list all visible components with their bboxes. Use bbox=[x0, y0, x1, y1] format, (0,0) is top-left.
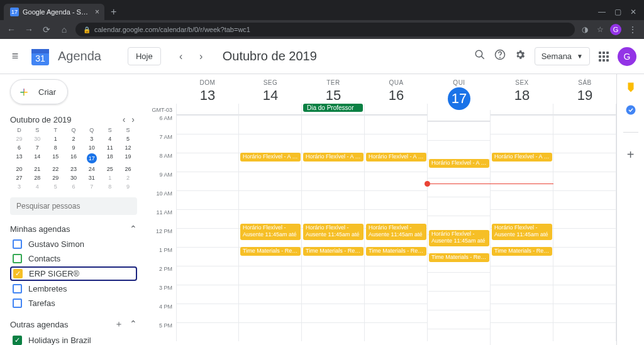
mini-day[interactable]: 22 bbox=[47, 166, 65, 172]
day-header[interactable]: QUA16 bbox=[365, 74, 428, 104]
time-slot[interactable] bbox=[365, 115, 428, 134]
mini-day[interactable]: 3 bbox=[10, 183, 28, 190]
mini-day[interactable]: 26 bbox=[119, 166, 137, 172]
mini-day[interactable]: 20 bbox=[10, 166, 28, 172]
mini-day[interactable]: 4 bbox=[28, 183, 47, 190]
time-slot[interactable] bbox=[176, 304, 239, 322]
time-slot[interactable] bbox=[176, 322, 239, 341]
time-slot[interactable] bbox=[239, 190, 302, 209]
time-slot[interactable] bbox=[176, 190, 239, 209]
time-slot[interactable] bbox=[491, 190, 553, 209]
time-slot[interactable] bbox=[239, 285, 302, 304]
calendar-item[interactable]: ✓ERP SIGER® bbox=[10, 266, 137, 281]
next-week-button[interactable]: › bbox=[192, 48, 210, 65]
help-icon[interactable] bbox=[494, 49, 506, 63]
calendar-event[interactable]: Horário Flexível - A 7:45am bbox=[492, 153, 552, 162]
time-slot[interactable] bbox=[176, 247, 239, 266]
window-close-icon[interactable]: ✕ bbox=[630, 8, 636, 16]
main-menu-icon[interactable]: ≡ bbox=[8, 50, 23, 63]
time-slot[interactable] bbox=[428, 310, 491, 329]
day-header[interactable]: SÁB19 bbox=[553, 74, 616, 104]
calendar-item[interactable]: Tarefas bbox=[10, 297, 137, 310]
mini-day[interactable]: 5 bbox=[119, 136, 137, 142]
time-slot[interactable] bbox=[239, 304, 302, 322]
allday-event[interactable]: Dia do Professor bbox=[303, 104, 363, 112]
mini-day[interactable]: 6 bbox=[10, 145, 28, 151]
time-slot[interactable] bbox=[176, 153, 239, 172]
mini-day[interactable]: 2 bbox=[119, 175, 137, 181]
time-slot[interactable] bbox=[239, 266, 302, 285]
allday-cell[interactable] bbox=[428, 110, 491, 121]
mini-day[interactable]: 14 bbox=[28, 153, 47, 163]
tab-close-icon[interactable]: × bbox=[95, 8, 99, 16]
search-people-input[interactable] bbox=[10, 197, 137, 215]
browser-tab[interactable]: 17 Google Agenda - Semana de 13 × bbox=[4, 4, 104, 20]
account-avatar[interactable]: G bbox=[618, 47, 636, 66]
calendar-item[interactable]: Gustavo Simon bbox=[10, 238, 137, 251]
calendar-event[interactable]: Horário Flexível - Ausente 11:45am até 1… bbox=[366, 224, 426, 240]
time-slot[interactable] bbox=[365, 304, 428, 322]
search-icon[interactable] bbox=[474, 49, 486, 63]
add-calendar-icon[interactable]: ＋ bbox=[114, 319, 123, 330]
mini-day[interactable]: 5 bbox=[47, 183, 65, 190]
mini-day[interactable]: 27 bbox=[10, 175, 28, 181]
allday-cell[interactable]: Dia do Professor bbox=[302, 104, 365, 115]
time-slot[interactable] bbox=[491, 266, 553, 285]
time-slot[interactable] bbox=[491, 134, 553, 153]
day-header[interactable]: SEX18 bbox=[491, 74, 553, 104]
bookmark-icon[interactable]: ☆ bbox=[595, 25, 605, 35]
mini-day[interactable]: 8 bbox=[47, 145, 65, 151]
time-slot[interactable] bbox=[176, 285, 239, 304]
mini-day[interactable]: 25 bbox=[101, 166, 119, 172]
mini-day[interactable]: 15 bbox=[47, 153, 65, 163]
mini-day[interactable]: 3 bbox=[82, 136, 101, 142]
time-slot[interactable] bbox=[302, 190, 365, 209]
time-slot[interactable] bbox=[428, 291, 491, 310]
mini-day[interactable]: 28 bbox=[28, 175, 47, 181]
time-slot[interactable] bbox=[365, 190, 428, 209]
back-icon[interactable]: ← bbox=[5, 25, 18, 35]
calendar-checkbox[interactable]: ✓ bbox=[13, 269, 23, 278]
mini-day[interactable]: 29 bbox=[10, 136, 28, 142]
time-slot[interactable] bbox=[553, 153, 616, 172]
mini-day[interactable]: 1 bbox=[101, 175, 119, 181]
mini-day[interactable]: 17 bbox=[82, 153, 101, 163]
time-slot[interactable] bbox=[302, 172, 365, 190]
mini-day[interactable]: 19 bbox=[119, 153, 137, 163]
time-slot[interactable] bbox=[176, 266, 239, 285]
calendar-event[interactable]: Horário Flexível - A 7:45am bbox=[303, 153, 364, 162]
forward-icon[interactable]: → bbox=[23, 25, 35, 35]
calendar-event[interactable]: Horário Flexível - Ausente 11:45am até 1… bbox=[240, 224, 301, 240]
time-slot[interactable] bbox=[491, 115, 553, 134]
calendar-event[interactable]: Horário Flexível - Ausente 11:45am até 1… bbox=[429, 230, 489, 246]
mini-day[interactable]: 9 bbox=[119, 183, 137, 190]
time-slot[interactable] bbox=[176, 228, 239, 247]
calendar-checkbox[interactable] bbox=[13, 239, 22, 249]
calendar-event[interactable]: Time Materials - Reu, 1pm bbox=[429, 253, 489, 262]
time-slot[interactable] bbox=[302, 266, 365, 285]
time-slot[interactable] bbox=[553, 134, 616, 153]
time-slot[interactable] bbox=[491, 304, 553, 322]
time-slot[interactable] bbox=[239, 115, 302, 134]
mini-prev-month[interactable]: ‹ bbox=[120, 114, 128, 124]
time-slot[interactable] bbox=[428, 140, 491, 159]
calendar-event[interactable]: Horário Flexível - Ausente 11:45am até 1… bbox=[492, 224, 552, 240]
day-header[interactable]: DOM13 bbox=[176, 74, 239, 104]
time-slot[interactable] bbox=[553, 172, 616, 190]
allday-cell[interactable] bbox=[365, 104, 428, 115]
time-slot[interactable] bbox=[553, 285, 616, 304]
time-slot[interactable] bbox=[302, 134, 365, 153]
day-header[interactable]: QUI17 bbox=[428, 74, 491, 110]
mini-day[interactable]: 29 bbox=[47, 175, 65, 181]
calendar-event[interactable]: Horário Flexível - Ausente 11:45am até 1… bbox=[303, 224, 364, 240]
time-slot[interactable] bbox=[491, 322, 553, 341]
allday-cell[interactable] bbox=[176, 104, 239, 115]
calendar-event[interactable]: Time Materials - Reu, 1pm bbox=[492, 247, 552, 256]
mini-day[interactable]: 6 bbox=[65, 183, 83, 190]
mini-day[interactable]: 16 bbox=[65, 153, 83, 163]
view-switcher[interactable]: Semana ▼ bbox=[535, 47, 590, 65]
day-header[interactable]: TER15 bbox=[302, 74, 365, 104]
time-slot[interactable] bbox=[491, 285, 553, 304]
time-slot[interactable] bbox=[176, 115, 239, 134]
mini-day[interactable]: 30 bbox=[65, 175, 83, 181]
